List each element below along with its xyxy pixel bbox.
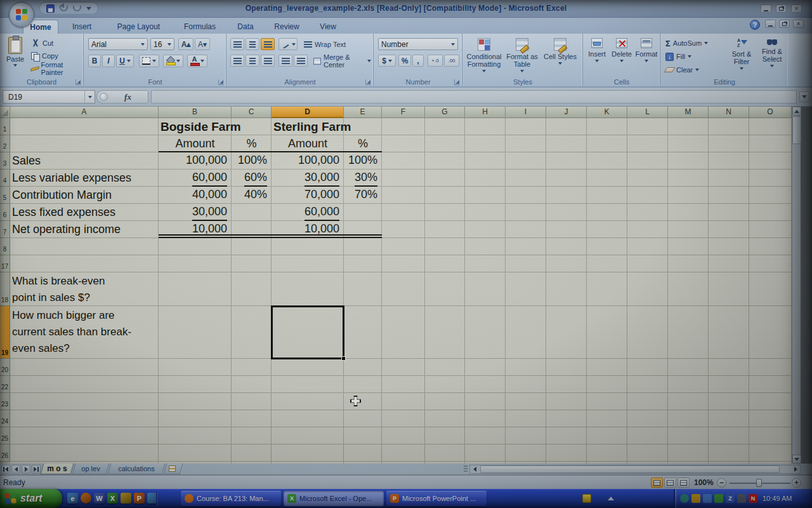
fill-button[interactable]: ↓Fill bbox=[664, 51, 693, 62]
cell-A3[interactable]: Sales bbox=[12, 152, 160, 170]
font-dialog-launcher[interactable] bbox=[218, 79, 224, 85]
help-shield-icon[interactable] bbox=[582, 494, 591, 503]
shrink-font-button[interactable]: A▾ bbox=[195, 38, 210, 50]
column-header-B[interactable]: B bbox=[159, 107, 232, 118]
cell-A4[interactable]: Less variable expenses bbox=[12, 170, 160, 187]
top-align-button[interactable] bbox=[230, 38, 244, 50]
cell-D4[interactable]: 30,000 bbox=[272, 170, 339, 187]
expand-formula-bar-button[interactable] bbox=[799, 91, 809, 102]
decrease-decimal-button[interactable]: .00 bbox=[444, 55, 459, 67]
sheet-tab-calculations[interactable]: calculations bbox=[109, 464, 164, 474]
row-header-4[interactable]: 4 bbox=[0, 170, 10, 187]
number-dialog-launcher[interactable] bbox=[454, 79, 460, 85]
row-header-17[interactable]: 17 bbox=[0, 255, 10, 272]
column-header-C[interactable]: C bbox=[232, 107, 272, 118]
page-break-view-button[interactable] bbox=[678, 478, 690, 488]
increase-indent-button[interactable] bbox=[294, 55, 308, 67]
tab-insert[interactable]: Insert bbox=[60, 20, 104, 34]
office-button[interactable] bbox=[9, 2, 34, 27]
select-all-corner[interactable] bbox=[0, 107, 10, 118]
row-header-26[interactable]: 26 bbox=[0, 444, 10, 462]
taskbar-button-excel[interactable]: XMicrosoft Excel - Ope... bbox=[284, 491, 384, 506]
column-header-H[interactable]: H bbox=[465, 107, 506, 118]
orientation-button[interactable] bbox=[278, 38, 298, 50]
column-header-L[interactable]: L bbox=[627, 107, 668, 118]
scroll-right-button[interactable] bbox=[791, 465, 800, 473]
italic-button[interactable]: I bbox=[102, 55, 115, 67]
wrap-text-button[interactable]: Wrap Text bbox=[302, 39, 348, 50]
zoom-slider-handle[interactable] bbox=[756, 479, 762, 487]
word-icon[interactable]: W bbox=[94, 493, 105, 504]
accounting-format-button[interactable]: $ bbox=[378, 55, 396, 67]
scroll-down-button[interactable] bbox=[792, 455, 801, 464]
row-header-19[interactable]: 19 bbox=[0, 306, 10, 359]
close-button[interactable]: × bbox=[791, 4, 802, 13]
cell-B3[interactable]: 100,000 bbox=[159, 152, 227, 170]
cell-styles-button[interactable]: Cell Styles bbox=[542, 34, 579, 65]
tray-messenger-icon[interactable] bbox=[680, 494, 689, 503]
middle-align-button[interactable] bbox=[246, 38, 259, 50]
normal-view-button[interactable] bbox=[651, 478, 663, 488]
horizontal-scroll-thumb[interactable] bbox=[480, 465, 780, 473]
cell-E2[interactable]: % bbox=[344, 135, 382, 152]
underline-button[interactable]: U bbox=[116, 55, 134, 67]
cell-D5[interactable]: 70,000 bbox=[272, 187, 339, 204]
align-right-button[interactable] bbox=[261, 55, 275, 67]
font-size-select[interactable]: 16 bbox=[150, 38, 174, 50]
row-header-1[interactable]: 1 bbox=[0, 118, 10, 135]
column-header-E[interactable]: E bbox=[344, 107, 382, 118]
decrease-indent-button[interactable] bbox=[278, 55, 292, 67]
tray-norton-icon[interactable]: N bbox=[749, 494, 757, 503]
column-header-O[interactable]: O bbox=[749, 107, 792, 118]
column-header-J[interactable]: J bbox=[546, 107, 587, 118]
excel-icon[interactable]: X bbox=[107, 493, 118, 504]
taskbar-button-powerpoint[interactable]: PMicrosoft PowerPoint ... bbox=[386, 491, 487, 506]
tab-formulas[interactable]: Formulas bbox=[173, 20, 226, 34]
number-format-select[interactable]: Number bbox=[378, 38, 458, 50]
cell-E5[interactable]: 70% bbox=[344, 187, 377, 204]
borders-button[interactable] bbox=[139, 55, 159, 67]
cell-C5[interactable]: 40% bbox=[232, 187, 267, 204]
grow-font-button[interactable]: A▴ bbox=[178, 38, 193, 50]
align-left-button[interactable] bbox=[230, 55, 244, 67]
cell-A6[interactable]: Less fixed expenses bbox=[12, 204, 160, 221]
cell-C2[interactable]: % bbox=[232, 135, 272, 152]
column-header-I[interactable]: I bbox=[506, 107, 546, 118]
help-button[interactable]: ? bbox=[750, 20, 760, 30]
copy-button[interactable]: Copy bbox=[29, 50, 60, 62]
insert-worksheet-tab[interactable] bbox=[165, 464, 181, 474]
row-header-18[interactable]: 18 bbox=[0, 272, 10, 306]
cell-A19[interactable]: How much bigger are current sales than b… bbox=[12, 307, 176, 360]
tab-split-handle[interactable] bbox=[464, 465, 468, 473]
tray-security-shield-icon[interactable] bbox=[691, 494, 700, 503]
vertical-scroll-thumb[interactable] bbox=[792, 116, 801, 144]
cell-B4[interactable]: 60,000 bbox=[159, 170, 227, 187]
cell-D6[interactable]: 60,000 bbox=[272, 204, 339, 221]
name-box-dropdown[interactable] bbox=[84, 91, 95, 103]
font-color-button[interactable]: A bbox=[187, 55, 207, 67]
cell-D1[interactable]: Sterling Farm bbox=[273, 118, 351, 135]
selected-cell-D19[interactable] bbox=[271, 305, 344, 359]
find-select-button[interactable]: Find & Select bbox=[757, 34, 787, 67]
insert-function-button[interactable]: fx bbox=[96, 90, 148, 104]
start-button[interactable]: start bbox=[0, 489, 62, 508]
column-header-K[interactable]: K bbox=[587, 107, 627, 118]
alignment-dialog-launcher[interactable] bbox=[365, 79, 371, 85]
restore-button[interactable] bbox=[776, 4, 787, 13]
column-header-G[interactable]: G bbox=[425, 107, 465, 118]
paste-button[interactable]: Paste bbox=[4, 37, 27, 76]
fill-handle[interactable] bbox=[341, 356, 346, 361]
powerpoint-icon[interactable]: P bbox=[134, 493, 145, 504]
scroll-left-button[interactable] bbox=[470, 465, 479, 473]
row-header-20[interactable]: 20 bbox=[0, 359, 10, 376]
cell-D2[interactable]: Amount bbox=[272, 135, 344, 152]
increase-decimal-button[interactable]: +.0 bbox=[428, 55, 443, 67]
next-sheet-button[interactable] bbox=[22, 465, 30, 474]
tab-view[interactable]: View bbox=[310, 20, 346, 34]
paste-dropdown-icon[interactable] bbox=[13, 64, 17, 67]
delete-cells-button[interactable]: Delete bbox=[610, 34, 634, 62]
workbook-close-button[interactable]: × bbox=[793, 20, 804, 28]
cell-D3[interactable]: 100,000 bbox=[272, 152, 339, 170]
sheet-tab-mos[interactable]: m o s bbox=[42, 464, 72, 474]
first-sheet-button[interactable] bbox=[1, 465, 10, 474]
